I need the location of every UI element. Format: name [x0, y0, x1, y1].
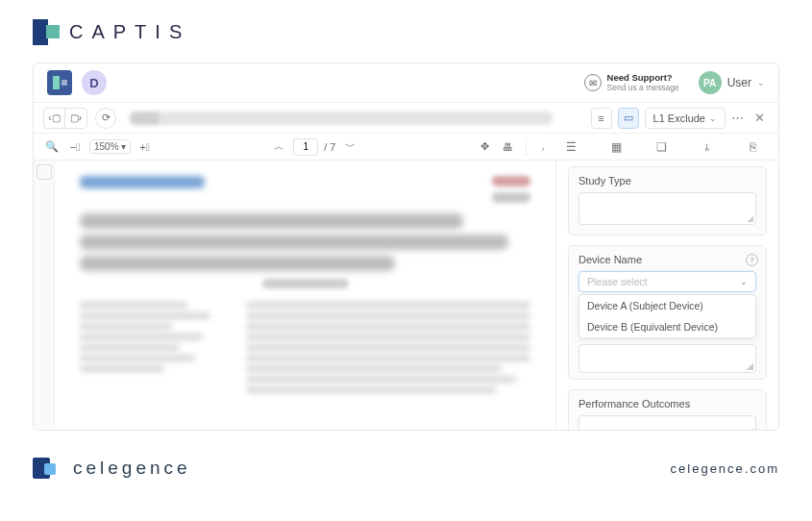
workspace-avatar[interactable]: D — [82, 70, 107, 95]
zoom-in-button[interactable]: +⃝ — [136, 138, 154, 156]
nav-back-forward: ‹▢ ▢› — [43, 108, 87, 129]
document-title-blurred — [130, 112, 553, 125]
celegence-logo: celegence — [33, 456, 191, 481]
left-rail — [34, 161, 55, 430]
device-dropdown: Device A (Subject Device) Device B (Equi… — [578, 294, 756, 338]
list-tool-icon[interactable]: ☰ — [562, 138, 581, 156]
print-icon[interactable]: 🖶 — [499, 138, 516, 156]
thumbnails-button[interactable] — [37, 164, 52, 180]
sub-toolbar: ‹▢ ▢› ⟳ ≡ ▭ L1 Exclude ⌄ ⋯ ✕ — [34, 102, 778, 134]
nav-back-button[interactable]: ‹▢ — [44, 109, 65, 128]
extract-tool-icon[interactable]: ⎘ — [743, 138, 762, 156]
device-name-select[interactable]: Please select ⌄ — [578, 271, 756, 292]
exclude-label: L1 Exclude — [653, 112, 705, 124]
doc-author-blurred — [262, 279, 349, 288]
device-name-label: Device Name — [578, 254, 756, 265]
chevron-down-icon: ⌄ — [740, 277, 748, 286]
study-type-input[interactable] — [578, 192, 756, 225]
study-type-label: Study Type — [578, 175, 756, 186]
device-notes-input[interactable] — [578, 344, 756, 373]
device-option[interactable]: Device A (Subject Device) — [579, 295, 755, 316]
chat-icon: ✉ — [584, 74, 602, 91]
celegence-mark-icon — [33, 456, 65, 481]
zoom-out-button[interactable]: −⃝ — [66, 138, 84, 156]
search-icon[interactable]: 🔍 — [43, 138, 61, 156]
celegence-url: celegence.com — [671, 461, 779, 476]
performance-outcomes-group: Performance Outcomes — [568, 389, 767, 430]
performance-outcomes-label: Performance Outcomes — [578, 398, 756, 409]
celegence-wordmark: celegence — [73, 458, 191, 479]
refresh-button[interactable]: ⟳ — [95, 108, 116, 129]
more-actions-button[interactable]: ⋯ — [731, 111, 745, 125]
document-viewer[interactable] — [55, 161, 555, 430]
study-type-group: Study Type — [568, 166, 767, 236]
device-option[interactable]: Device B (Equivalent Device) — [579, 316, 755, 337]
user-menu[interactable]: PA User ⌄ — [699, 71, 765, 94]
move-tool-icon[interactable]: ✥ — [476, 138, 493, 156]
captis-logo: CAPTIS — [33, 19, 779, 45]
support-title: Need Support? — [607, 73, 679, 83]
support-subtitle: Send us a message — [607, 84, 679, 92]
doc-link-blurred — [80, 176, 205, 188]
close-panel-button[interactable]: ✕ — [750, 111, 769, 125]
extraction-side-panel: Study Type ? Device Name Please select ⌄… — [555, 161, 778, 430]
doc-heading-blurred — [80, 256, 395, 271]
doc-heading-blurred — [80, 213, 463, 229]
device-placeholder: Please select — [587, 276, 647, 287]
support-link[interactable]: ✉ Need Support? Send us a message — [584, 73, 679, 92]
page-number-input[interactable] — [293, 138, 318, 156]
page-up-button[interactable]: ︿ — [270, 138, 287, 156]
tag-tool-icon[interactable]: ❑ — [652, 138, 672, 156]
chevron-down-icon: ⌄ — [709, 113, 717, 123]
doc-badge-blurred — [492, 176, 530, 186]
zoom-select[interactable]: 150%▾ — [89, 139, 131, 154]
pdf-toolbar: 🔍 −⃝ 150%▾ +⃝ ︿ / 7 ﹀ ✥ 🖶 › ☰ ▦ ❑ ⫰ ⎘ — [34, 134, 778, 161]
app-panel: D ✉ Need Support? Send us a message PA U… — [33, 62, 779, 431]
captis-mark-icon — [33, 19, 60, 45]
exclude-dropdown[interactable]: L1 Exclude ⌄ — [645, 108, 726, 129]
doc-badge-blurred — [492, 192, 530, 203]
page-footer: celegence celegence.com — [0, 456, 812, 481]
nav-forward-button[interactable]: ▢› — [65, 109, 86, 128]
user-avatar: PA — [699, 71, 722, 94]
view-doc-button[interactable]: ▭ — [618, 108, 639, 129]
user-label: User — [727, 76, 751, 89]
side-collapse-toggle[interactable]: › — [536, 140, 550, 154]
performance-outcomes-input[interactable] — [578, 415, 756, 430]
page-down-button[interactable]: ﹀ — [341, 138, 358, 156]
content-area: Study Type ? Device Name Please select ⌄… — [34, 161, 778, 430]
chevron-down-icon: ⌄ — [757, 78, 765, 87]
doc-heading-blurred — [80, 235, 508, 250]
view-list-button[interactable]: ≡ — [591, 108, 612, 129]
page-total: / 7 — [324, 141, 335, 153]
device-name-group: ? Device Name Please select ⌄ Device A (… — [568, 245, 767, 380]
app-logo-icon[interactable] — [47, 70, 72, 95]
app-header: D ✉ Need Support? Send us a message PA U… — [34, 63, 778, 102]
chart-tool-icon[interactable]: ⫰ — [698, 138, 717, 156]
help-icon[interactable]: ? — [746, 254, 758, 266]
table-tool-icon[interactable]: ▦ — [607, 138, 627, 156]
captis-wordmark: CAPTIS — [69, 21, 190, 43]
